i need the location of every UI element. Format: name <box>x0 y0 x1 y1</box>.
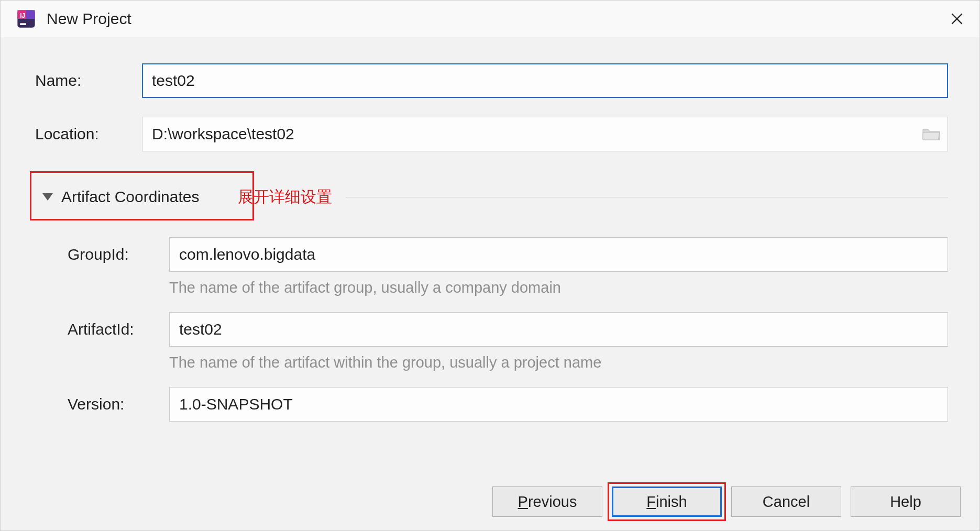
artifact-coordinates-title: Artifact Coordinates <box>61 188 199 206</box>
artifactid-row: ArtifactId: <box>64 312 948 347</box>
artifact-coordinates-header: Artifact Coordinates 展开详细设置 <box>32 183 948 211</box>
version-input[interactable] <box>169 387 948 422</box>
annotation-text: 展开详细设置 <box>238 186 332 208</box>
new-project-dialog: IJ New Project Name: Location: <box>0 0 980 531</box>
button-bar: Previous Finish Cancel Help <box>492 486 961 517</box>
previous-button[interactable]: Previous <box>492 486 602 517</box>
location-input[interactable] <box>142 117 948 151</box>
svg-rect-4 <box>20 23 26 25</box>
name-row: Name: <box>32 63 948 98</box>
svg-text:IJ: IJ <box>20 12 25 19</box>
groupid-label: GroupId: <box>64 246 169 263</box>
name-input[interactable] <box>142 63 948 98</box>
version-label: Version: <box>64 395 169 413</box>
svg-rect-2 <box>26 10 35 19</box>
location-row: Location: <box>32 117 948 151</box>
groupid-input[interactable] <box>169 237 948 272</box>
artifactid-label: ArtifactId: <box>64 320 169 338</box>
browse-folder-button[interactable] <box>922 126 941 142</box>
name-label: Name: <box>32 72 142 90</box>
location-label: Location: <box>32 125 142 143</box>
artifact-coordinates-toggle[interactable]: Artifact Coordinates <box>32 183 207 211</box>
finish-button[interactable]: Finish <box>612 486 722 517</box>
artifactid-input[interactable] <box>169 312 948 347</box>
chevron-down-icon <box>42 193 53 201</box>
artifact-fields: GroupId: The name of the artifact group,… <box>32 237 948 422</box>
close-icon <box>951 13 963 25</box>
groupid-hint: The name of the artifact group, usually … <box>169 279 948 296</box>
groupid-row: GroupId: <box>64 237 948 272</box>
dialog-content: Name: Location: Art <box>1 37 979 530</box>
version-row: Version: <box>64 387 948 422</box>
separator <box>346 197 948 197</box>
window-title: New Project <box>47 10 945 28</box>
artifactid-hint: The name of the artifact within the grou… <box>169 354 948 371</box>
intellij-icon: IJ <box>16 9 36 29</box>
help-button[interactable]: Help <box>851 486 961 517</box>
title-bar: IJ New Project <box>1 1 979 37</box>
cancel-button[interactable]: Cancel <box>731 486 841 517</box>
close-button[interactable] <box>945 7 969 31</box>
folder-icon <box>922 126 941 142</box>
